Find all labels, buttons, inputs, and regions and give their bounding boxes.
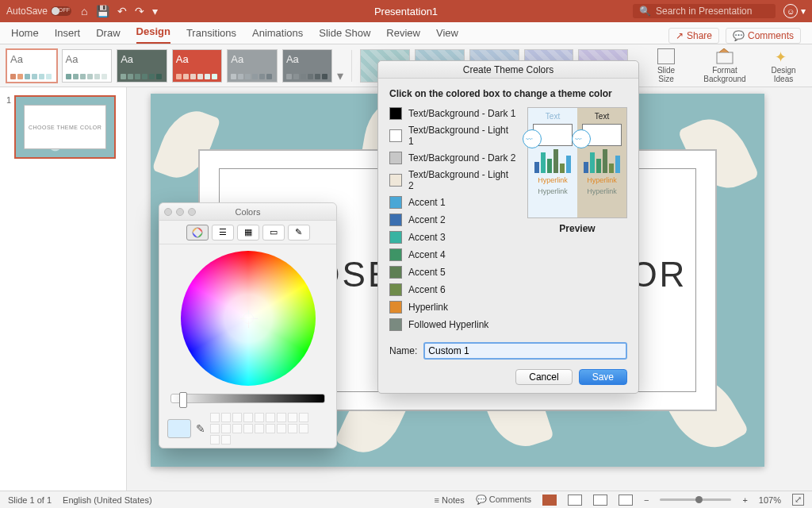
theme-color-swatch[interactable] [389, 318, 402, 331]
save-icon[interactable]: 💾 [96, 5, 109, 17]
view-sorter-icon[interactable] [568, 495, 582, 506]
theme-thumb-5[interactable]: Aa [227, 49, 278, 83]
current-color-swatch[interactable] [167, 419, 191, 438]
color-mode-image[interactable]: ▭ [262, 225, 285, 241]
preview-caption: Preview [527, 223, 627, 234]
theme-color-row-5[interactable]: Accent 2 [389, 214, 516, 226]
window-controls[interactable] [164, 208, 196, 216]
titlebar-overflow-icon[interactable]: ▾ [801, 6, 806, 17]
color-mode-wheel[interactable] [186, 225, 209, 241]
color-wheel-cursor[interactable] [243, 313, 254, 324]
theme-color-row-0[interactable]: Text/Background - Dark 1 [389, 107, 516, 120]
tab-slideshow[interactable]: Slide Show [319, 27, 370, 44]
colors-panel[interactable]: Colors ☰ ▦ ▭ ✎ ✎ [159, 202, 337, 448]
tab-insert[interactable]: Insert [55, 27, 81, 44]
theme-color-row-10[interactable]: Hyperlink [389, 301, 516, 314]
notes-button[interactable]: ≡ Notes [435, 495, 465, 505]
search-box[interactable]: 🔍 Search in Presentation [633, 4, 776, 18]
zoom-out-icon[interactable]: − [644, 495, 649, 505]
undo-icon[interactable]: ↶ [117, 5, 127, 17]
zoom-slider[interactable] [660, 498, 731, 501]
color-mode-pencils[interactable]: ✎ [288, 225, 310, 241]
redo-icon[interactable]: ↷ [135, 5, 144, 17]
share-button[interactable]: ↗Share [668, 28, 719, 44]
format-background-icon [716, 48, 733, 64]
theme-color-swatch[interactable] [389, 107, 402, 120]
feedback-smile-icon[interactable]: ☺ [783, 4, 798, 18]
theme-color-row-7[interactable]: Accent 4 [389, 248, 516, 261]
view-slideshow-icon[interactable] [619, 495, 633, 506]
design-ideas-button[interactable]: ✦ Design Ideas [761, 48, 806, 83]
color-mode-palettes[interactable]: ▦ [237, 225, 259, 241]
theme-thumb-6[interactable]: Aa [282, 49, 333, 83]
brightness-slider[interactable] [170, 394, 325, 403]
autosave-toggle[interactable]: AutoSave OFF [6, 6, 71, 17]
theme-color-row-11[interactable]: Followed Hyperlink [389, 318, 516, 331]
slide-size-button[interactable]: Slide Size [644, 48, 688, 83]
status-comments-button[interactable]: 💬 Comments [476, 495, 531, 505]
theme-thumb-2[interactable]: Aa [62, 49, 113, 83]
save-button[interactable]: Save [579, 369, 627, 385]
theme-color-swatch[interactable] [389, 283, 402, 296]
search-icon: 🔍 [639, 6, 651, 17]
theme-color-row-1[interactable]: Text/Background - Light 1 [389, 125, 516, 147]
color-swatch-grid[interactable] [210, 413, 313, 444]
autosave-switch[interactable]: OFF [51, 6, 71, 16]
theme-color-row-6[interactable]: Accent 3 [389, 231, 516, 244]
theme-color-row-4[interactable]: Accent 1 [389, 196, 516, 209]
colors-panel-titlebar[interactable]: Colors [159, 203, 336, 221]
slide-thumbnail-panel[interactable]: 1 CHOOSE THEME COLOR [0, 87, 127, 491]
search-placeholder: Search in Presentation [656, 6, 752, 17]
dialog-instruction: Click on the colored box to change a the… [389, 88, 627, 99]
tab-view[interactable]: View [436, 27, 458, 44]
theme-color-swatch[interactable] [389, 266, 402, 279]
theme-color-swatch[interactable] [389, 174, 402, 187]
theme-thumb-3[interactable]: Aa [117, 49, 167, 83]
theme-color-label: Text/Background - Light 2 [408, 169, 516, 191]
theme-color-swatch[interactable] [389, 214, 402, 226]
comments-button[interactable]: 💬Comments [726, 28, 801, 44]
view-normal-icon[interactable] [542, 495, 557, 506]
theme-color-row-3[interactable]: Text/Background - Light 2 [389, 169, 516, 191]
slide-thumbnail-1[interactable]: CHOOSE THEME COLOR [14, 95, 116, 159]
theme-color-label: Accent 2 [408, 214, 446, 225]
tab-transitions[interactable]: Transitions [186, 27, 236, 44]
color-wheel[interactable] [181, 251, 316, 386]
slide-size-icon [657, 48, 675, 64]
format-background-button[interactable]: Format Background [703, 48, 747, 83]
ribbon-separator [351, 50, 352, 82]
themes-overflow-icon[interactable]: ▾ [337, 68, 343, 83]
theme-color-row-2[interactable]: Text/Background - Dark 2 [389, 152, 516, 164]
theme-thumb-1[interactable]: Aa [6, 49, 57, 83]
tab-home[interactable]: Home [11, 27, 39, 44]
theme-color-swatch[interactable] [389, 301, 402, 314]
status-language[interactable]: English (United States) [63, 495, 152, 505]
tab-design[interactable]: Design [136, 25, 170, 44]
zoom-value[interactable]: 107% [759, 495, 781, 505]
quick-access-toolbar: ⌂ 💾 ↶ ↷ ▾ [81, 5, 157, 17]
tab-review[interactable]: Review [386, 27, 420, 44]
theme-color-swatch[interactable] [389, 231, 402, 244]
create-theme-colors-dialog[interactable]: Create Theme Colors Click on the colored… [377, 60, 639, 394]
theme-name-input[interactable] [423, 342, 627, 360]
vertical-scrollbar[interactable] [801, 87, 810, 491]
cancel-button[interactable]: Cancel [515, 369, 572, 385]
theme-color-swatch[interactable] [389, 196, 402, 209]
tab-draw[interactable]: Draw [96, 27, 120, 44]
theme-color-swatch[interactable] [389, 248, 402, 261]
tab-animations[interactable]: Animations [252, 27, 303, 44]
theme-color-swatch[interactable] [389, 152, 402, 164]
home-icon[interactable]: ⌂ [81, 5, 87, 17]
theme-thumb-4[interactable]: Aa [172, 49, 223, 83]
qat-overflow-icon[interactable]: ▾ [152, 5, 158, 17]
eyedropper-icon[interactable]: ✎ [196, 422, 205, 435]
theme-color-row-8[interactable]: Accent 5 [389, 266, 516, 279]
zoom-in-icon[interactable]: + [742, 495, 747, 505]
ribbon-tabs: Home Insert Draw Design Transitions Anim… [0, 22, 812, 44]
theme-color-row-9[interactable]: Accent 6 [389, 283, 516, 296]
theme-color-swatch[interactable] [389, 129, 402, 142]
titlebar: AutoSave OFF ⌂ 💾 ↶ ↷ ▾ Presentation1 🔍 S… [0, 0, 812, 22]
view-reading-icon[interactable] [593, 495, 607, 506]
fit-to-window-icon[interactable]: ⤢ [792, 494, 804, 506]
color-mode-sliders[interactable]: ☰ [212, 225, 234, 241]
